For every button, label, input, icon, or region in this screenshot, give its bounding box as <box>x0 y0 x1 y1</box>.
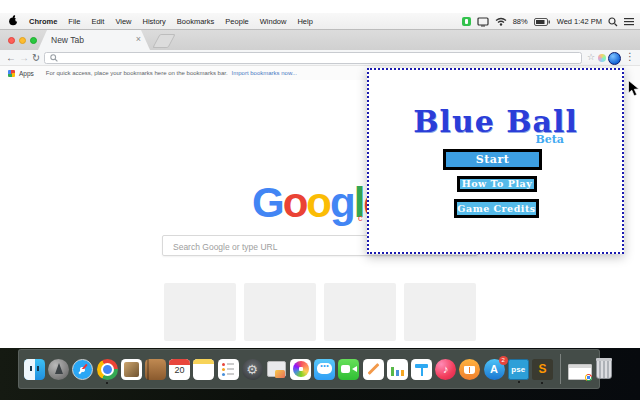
bookmarks-hint-text: For quick access, place your bookmarks h… <box>46 70 228 76</box>
menu-edit[interactable]: Edit <box>91 17 104 26</box>
how-to-play-button[interactable]: How To Play <box>457 176 537 192</box>
music-note-icon: ♪ <box>435 359 456 380</box>
dock-pages-icon[interactable] <box>363 359 384 380</box>
wifi-icon[interactable] <box>495 17 507 26</box>
apps-shortcut[interactable]: Apps <box>19 70 34 77</box>
dock-ibooks-icon[interactable] <box>459 359 480 380</box>
dock-contacts-icon[interactable] <box>145 359 166 380</box>
tab-bar: New Tab × <box>0 30 640 50</box>
menu-view[interactable]: View <box>115 17 131 26</box>
dock-trash-icon[interactable] <box>596 359 612 379</box>
dock-photoshop-elements-icon[interactable]: pse <box>508 359 529 380</box>
dock-facetime-icon[interactable] <box>338 359 359 380</box>
status-app-icon[interactable] <box>462 17 471 26</box>
menu-people[interactable]: People <box>225 17 248 26</box>
new-tab-button[interactable] <box>152 34 175 48</box>
running-indicator <box>541 382 544 385</box>
pse-label: pse <box>509 360 528 379</box>
popup-title: Blue Ball <box>369 104 622 139</box>
dock-preview-icon[interactable] <box>121 359 142 380</box>
battery-percent: 88% <box>513 17 528 26</box>
most-visited-tile[interactable] <box>244 283 316 341</box>
dock-system-preferences-icon[interactable]: ⚙ <box>242 359 263 380</box>
omnibox[interactable] <box>44 52 582 64</box>
most-visited-tile[interactable] <box>164 283 236 341</box>
tab-close-icon[interactable]: × <box>136 34 141 44</box>
apps-grid-icon[interactable] <box>8 70 15 77</box>
popup-subtitle: Beta <box>535 133 564 146</box>
forward-icon: → <box>19 51 29 65</box>
reload-icon[interactable]: ↻ <box>32 51 40 65</box>
logo-partial-text: c <box>358 213 363 223</box>
dock-calendar-icon[interactable]: 20 <box>169 359 190 380</box>
dock-sublime-text-icon[interactable]: S <box>532 359 553 380</box>
gear-icon: ⚙ <box>242 359 263 380</box>
menu-help[interactable]: Help <box>297 17 312 26</box>
dock-safari-icon[interactable] <box>72 359 93 380</box>
dock-photos-icon[interactable] <box>290 359 311 380</box>
battery-icon[interactable] <box>534 18 551 26</box>
dock-minimized-window[interactable] <box>568 364 592 380</box>
start-button[interactable]: Start <box>443 149 542 170</box>
menu-chrome[interactable]: Chrome <box>29 17 57 26</box>
dock-notes-icon[interactable] <box>193 359 214 380</box>
macos-menubar: Chrome File Edit View History Bookmarks … <box>0 13 640 30</box>
minimize-window-button[interactable] <box>19 37 26 44</box>
game-credits-button[interactable]: Game Credits <box>454 199 539 218</box>
menu-bookmarks[interactable]: Bookmarks <box>177 17 215 26</box>
running-indicator <box>518 381 521 384</box>
message-dots: ••• <box>314 362 335 369</box>
most-visited-tile[interactable] <box>324 283 396 341</box>
apple-logo-icon <box>9 15 18 26</box>
dock: 20 ⚙ ••• ♪ A2 pse S <box>18 349 600 389</box>
dock-finder-icon[interactable] <box>24 359 45 380</box>
dock-messages-icon[interactable]: ••• <box>314 359 335 380</box>
app-store-badge: 2 <box>499 356 508 365</box>
extension-icon[interactable] <box>598 54 606 62</box>
dock-chrome-icon[interactable] <box>97 359 118 380</box>
logo-letter: g <box>330 179 354 226</box>
apple-menu-icon[interactable] <box>9 15 18 28</box>
running-indicator <box>106 382 109 385</box>
most-visited-tile[interactable] <box>404 283 476 341</box>
search-icon <box>50 54 58 62</box>
sublime-label: S <box>532 359 553 380</box>
menu-window[interactable]: Window <box>260 17 287 26</box>
tab-title: New Tab <box>51 35 84 45</box>
dock-keynote-icon[interactable] <box>411 359 432 380</box>
calendar-day: 20 <box>169 365 190 375</box>
menubar-clock[interactable]: Wed 1:42 PM <box>557 17 602 26</box>
spotlight-icon[interactable] <box>608 17 618 27</box>
dock-itunes-icon[interactable]: ♪ <box>435 359 456 380</box>
dock-numbers-icon[interactable] <box>387 359 408 380</box>
blue-ball-extension-icon[interactable] <box>608 52 621 65</box>
menu-history[interactable]: History <box>143 17 166 26</box>
google-logo: Google <box>252 182 385 224</box>
logo-letter: o <box>306 179 330 226</box>
display-icon[interactable] <box>477 17 489 27</box>
close-window-button[interactable] <box>8 37 15 44</box>
mouse-cursor <box>628 80 640 97</box>
back-icon[interactable]: ← <box>6 51 16 65</box>
dock-launchpad-icon[interactable] <box>48 359 69 380</box>
logo-letter: G <box>252 179 283 226</box>
dock-window-stack-icon[interactable] <box>266 359 287 380</box>
blue-ball-popup: Blue Ball Beta Start How To Play Game Cr… <box>367 68 624 254</box>
zoom-window-button[interactable] <box>30 37 37 44</box>
omnibox-input[interactable] <box>61 53 581 63</box>
logo-letter: o <box>283 179 307 226</box>
dock-separator <box>560 354 561 384</box>
menubar-menus: Chrome File Edit View History Bookmarks … <box>9 15 313 28</box>
import-bookmarks-link[interactable]: Import bookmarks now... <box>232 70 297 76</box>
menubar-status-area: 88% Wed 1:42 PM <box>462 13 634 30</box>
dock-reminders-icon[interactable] <box>218 359 239 380</box>
browser-toolbar: ← → ↻ ☆ ⋮ <box>0 50 640 66</box>
bookmark-star-icon[interactable]: ☆ <box>587 52 595 62</box>
chrome-menu-icon[interactable]: ⋮ <box>625 51 635 62</box>
tab-new-tab[interactable]: New Tab × <box>38 30 150 50</box>
notification-center-icon[interactable] <box>624 17 634 26</box>
menu-file[interactable]: File <box>68 17 80 26</box>
dock-app-store-icon[interactable]: A2 <box>484 359 505 380</box>
